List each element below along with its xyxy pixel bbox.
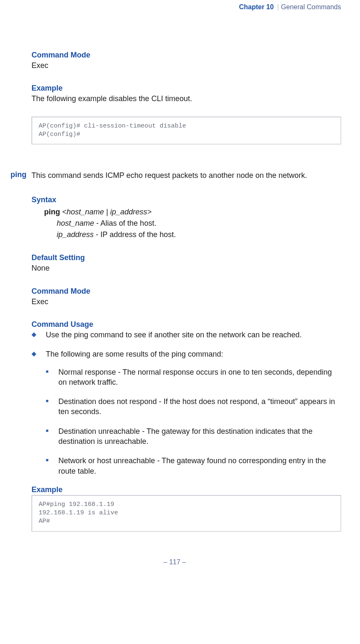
command-mode-heading: Command Mode [32,51,341,60]
syntax-param-ip: ip_address - IP address of the host. [57,230,341,239]
page: Chapter 10 | General Commands Command Mo… [0,0,360,644]
usage-item: Use the ping command to see if another s… [32,330,341,340]
command-mode-value-ping: Exec [32,297,341,307]
ping-example-heading: Example [32,485,341,494]
usage-sub-item: Normal response - The normal response oc… [46,367,341,388]
syntax-line: ping <host_name | ip_address> [44,208,341,216]
param-desc-hostname: - Alias of the host. [94,219,156,227]
syntax-args: <host_name | ip_address> [60,208,152,216]
ping-description: This command sends ICMP echo request pac… [32,170,341,180]
command-usage-heading: Command Usage [32,320,341,329]
syntax-param-hostname: host_name - Alias of the host. [57,219,341,228]
usage-sub-item: Network or host unreachable - The gatewa… [46,456,341,476]
usage-sub-item: Destination does not respond - If the ho… [46,396,341,417]
usage-item-text: The following are some results of the pi… [46,350,223,358]
chapter-separator: | [277,3,279,11]
content-area: Command Mode Exec Example The following … [8,11,341,566]
param-term-hostname: host_name [57,219,94,227]
command-name-ping: ping [11,170,26,179]
usage-list: Use the ping command to see if another s… [32,330,341,476]
chapter-label: Chapter 10 [239,3,274,11]
default-setting-value: None [32,263,341,273]
syntax-command: ping [44,208,60,216]
command-mode-value: Exec [32,60,341,70]
param-desc-ip: - IP address of the host. [94,230,176,239]
example-intro: The following example disables the CLI t… [32,94,341,104]
syntax-heading: Syntax [32,196,341,204]
command-mode-heading-ping: Command Mode [32,287,341,296]
code-example-ping: AP#ping 192.168.1.19 192.168.1.19 is ali… [32,495,341,532]
usage-sub-item: Destination unreachable - The gateway fo… [46,426,341,447]
example-heading: Example [32,84,341,93]
code-example-cli-timeout: AP(config)# cli-session-timeout disable … [32,117,341,145]
chapter-title: General Commands [281,3,341,11]
page-header: Chapter 10 | General Commands [8,0,341,11]
default-setting-heading: Default Setting [32,253,341,262]
usage-sub-list: Normal response - The normal response oc… [46,367,341,476]
page-number: – 117 – [8,558,341,566]
usage-item: The following are some results of the pi… [32,349,341,476]
param-term-ip: ip_address [57,230,94,239]
